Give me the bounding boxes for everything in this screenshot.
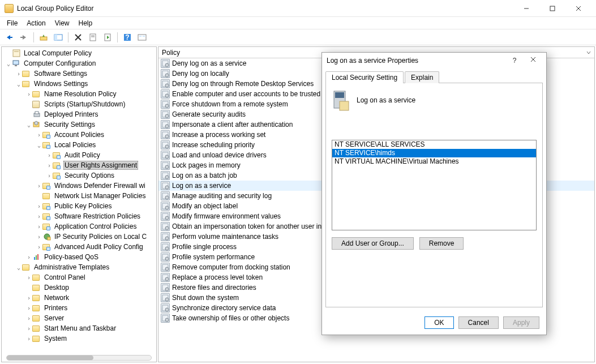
- back-button[interactable]: [2, 31, 16, 44]
- expand-icon[interactable]: ›: [25, 254, 32, 260]
- tree-item[interactable]: ›Windows Defender Firewall wi: [2, 181, 156, 191]
- maximize-button[interactable]: [539, 0, 565, 17]
- policy-icon: [161, 242, 170, 251]
- tree-item[interactable]: ›User Rights Assignment: [2, 160, 156, 170]
- members-listbox[interactable]: NT SERVICE\ALL SERVICESNT SERVICE\himdsN…: [332, 140, 537, 230]
- tree-item[interactable]: ⌄Security Settings: [2, 119, 156, 130]
- add-user-button[interactable]: Add User or Group...: [332, 237, 414, 250]
- collapse-icon[interactable]: ⌄: [5, 61, 12, 67]
- svg-rect-4: [10, 37, 12, 38]
- tree-item[interactable]: ›System: [2, 333, 156, 344]
- tree-item[interactable]: ›Start Menu and Taskbar: [2, 323, 156, 333]
- expand-icon[interactable]: ›: [25, 275, 32, 281]
- tree-item[interactable]: ›Audit Policy: [2, 150, 156, 160]
- nav-tree[interactable]: Local Computer Policy⌄Computer Configura…: [2, 47, 156, 362]
- tree-item[interactable]: ›IP Security Policies on Local C: [2, 232, 156, 242]
- expand-icon[interactable]: ›: [25, 336, 32, 342]
- member-item[interactable]: NT SERVICE\ALL SERVICES: [332, 140, 536, 149]
- expand-icon[interactable]: ›: [36, 234, 42, 240]
- tree-item[interactable]: ›Network: [2, 293, 156, 303]
- tree-item[interactable]: ›Application Control Policies: [2, 221, 156, 232]
- dialog-close-button[interactable]: [530, 57, 542, 65]
- tree-item-label: Software Settings: [33, 70, 88, 78]
- expand-icon[interactable]: ›: [36, 132, 42, 138]
- expand-icon[interactable]: ›: [46, 173, 53, 179]
- svg-rect-29: [34, 257, 35, 260]
- forward-button[interactable]: [17, 31, 31, 44]
- properties-button[interactable]: [86, 31, 100, 44]
- expand-icon[interactable]: ›: [25, 326, 32, 332]
- expand-icon[interactable]: ›: [36, 183, 42, 189]
- filter-button[interactable]: [135, 31, 149, 44]
- close-button[interactable]: [565, 0, 591, 17]
- expand-icon[interactable]: ›: [36, 244, 42, 250]
- tab-explain[interactable]: Explain: [405, 71, 439, 83]
- expand-icon[interactable]: ›: [46, 152, 53, 159]
- svg-rect-18: [139, 36, 142, 37]
- expand-icon[interactable]: ›: [25, 305, 32, 311]
- titlebar: Local Group Policy Editor: [0, 0, 596, 17]
- tree-item[interactable]: ⌄Administrative Templates: [2, 262, 156, 272]
- tree-item[interactable]: ›Name Resolution Policy: [2, 89, 156, 99]
- tree-item[interactable]: ›Advanced Audit Policy Config: [2, 242, 156, 252]
- tree-item[interactable]: Scripts (Startup/Shutdown): [2, 99, 156, 109]
- delete-button[interactable]: [71, 31, 85, 44]
- show-hide-tree-button[interactable]: [52, 31, 65, 44]
- expand-icon[interactable]: ›: [25, 295, 32, 301]
- cancel-button[interactable]: Cancel: [458, 316, 499, 329]
- remove-button[interactable]: Remove: [419, 237, 464, 250]
- menu-file[interactable]: File: [2, 18, 22, 28]
- policy-label: Obtain an impersonation token for anothe…: [172, 222, 321, 230]
- folderb-icon: [53, 161, 62, 170]
- tree-item[interactable]: ⌄Computer Configuration: [2, 58, 156, 68]
- menu-view[interactable]: View: [50, 18, 74, 28]
- expand-icon[interactable]: ›: [15, 71, 22, 77]
- tree-item[interactable]: ›Account Policies: [2, 130, 156, 140]
- tree-item[interactable]: Local Computer Policy: [2, 48, 156, 58]
- apply-button[interactable]: Apply: [503, 316, 539, 329]
- ok-button[interactable]: OK: [425, 316, 453, 329]
- dialog-help-button[interactable]: ?: [509, 57, 520, 65]
- policy-icon: [161, 79, 170, 88]
- tree-item[interactable]: ›Security Options: [2, 170, 156, 181]
- policy-label: Manage auditing and security log: [172, 192, 272, 200]
- tab-local-security[interactable]: Local Security Setting: [325, 71, 404, 83]
- tree-item[interactable]: Network List Manager Policies: [2, 191, 156, 201]
- member-item[interactable]: NT SERVICE\himds: [332, 149, 536, 157]
- collapse-icon[interactable]: ⌄: [15, 81, 22, 87]
- member-item[interactable]: NT VIRTUAL MACHINE\Virtual Machines: [332, 157, 536, 166]
- help-button[interactable]: ?: [121, 31, 134, 44]
- collapse-icon[interactable]: ⌄: [15, 264, 22, 271]
- expand-icon[interactable]: ›: [36, 213, 42, 220]
- up-button[interactable]: [37, 31, 50, 44]
- tree-item[interactable]: ›Server: [2, 313, 156, 323]
- tree-item[interactable]: ›Policy-based QoS: [2, 252, 156, 262]
- collapse-icon[interactable]: ⌄: [25, 122, 32, 128]
- expand-icon[interactable]: ›: [36, 224, 42, 230]
- export-button[interactable]: [101, 31, 114, 44]
- expand-icon[interactable]: ›: [25, 315, 32, 322]
- minimize-button[interactable]: [513, 0, 539, 17]
- tree-item[interactable]: ›Control Panel: [2, 272, 156, 282]
- tree-item[interactable]: Deployed Printers: [2, 109, 156, 119]
- policy-label: Profile system performance: [172, 253, 255, 261]
- tree-item[interactable]: Desktop: [2, 282, 156, 293]
- expand-icon[interactable]: ›: [46, 162, 53, 169]
- menu-help[interactable]: Help: [74, 18, 97, 28]
- horizontal-scrollbar[interactable]: [6, 355, 152, 361]
- tree-item[interactable]: ›Software Settings: [2, 68, 156, 79]
- tree-item[interactable]: ⌄Local Policies: [2, 140, 156, 150]
- tree-item[interactable]: ›Printers: [2, 303, 156, 313]
- expand-icon[interactable]: ›: [25, 91, 32, 97]
- collapse-icon[interactable]: ⌄: [36, 142, 42, 148]
- tree-item[interactable]: ›Software Restriction Policies: [2, 211, 156, 221]
- tree-item-label: Printers: [43, 304, 68, 312]
- tree-item[interactable]: ›Public Key Policies: [2, 201, 156, 211]
- menu-action[interactable]: Action: [22, 18, 50, 28]
- folder-icon: [32, 89, 41, 99]
- svg-point-43: [165, 114, 169, 118]
- expand-icon[interactable]: ›: [36, 203, 42, 209]
- tree-item[interactable]: ⌄Windows Settings: [2, 79, 156, 89]
- policy-label: Perform volume maintenance tasks: [172, 233, 278, 241]
- printer-icon: [32, 110, 41, 119]
